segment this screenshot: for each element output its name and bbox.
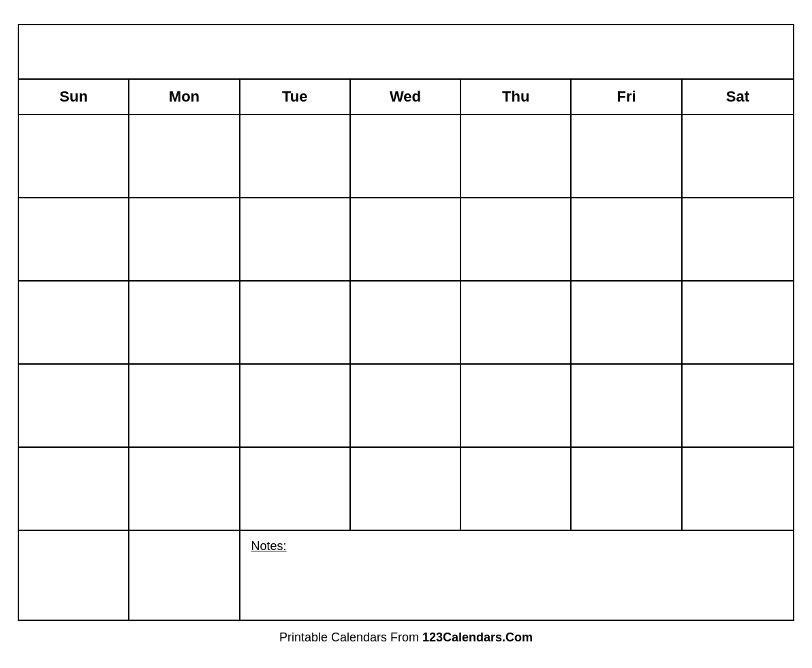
- calendar-body: Notes:: [19, 115, 793, 620]
- cell-5-4[interactable]: [351, 448, 461, 530]
- calendar-row-5: [19, 448, 793, 531]
- calendar-title-row: [19, 25, 793, 80]
- cell-1-6[interactable]: [572, 115, 682, 197]
- header-thu: Thu: [461, 80, 572, 114]
- cell-3-7[interactable]: [683, 282, 793, 363]
- cell-5-2[interactable]: [129, 448, 240, 530]
- calendar-header: Sun Mon Tue Wed Thu Fri Sat: [19, 80, 793, 115]
- calendar-row-last: Notes:: [19, 531, 793, 620]
- calendar-container: Sun Mon Tue Wed Thu Fri Sat: [18, 24, 794, 621]
- footer-text: Printable Calendars From: [279, 631, 422, 644]
- cell-4-6[interactable]: [572, 365, 682, 446]
- header-fri: Fri: [572, 80, 682, 114]
- cell-5-6[interactable]: [572, 448, 682, 530]
- cell-3-5[interactable]: [461, 282, 572, 363]
- cell-2-1[interactable]: [19, 198, 129, 280]
- cell-2-5[interactable]: [461, 198, 572, 280]
- header-tue: Tue: [240, 80, 351, 114]
- cell-1-2[interactable]: [129, 115, 240, 197]
- cell-5-3[interactable]: [240, 448, 351, 530]
- cell-last-2[interactable]: [129, 531, 240, 620]
- cell-1-4[interactable]: [351, 115, 461, 197]
- cell-4-1[interactable]: [19, 365, 129, 446]
- header-sun: Sun: [19, 80, 129, 114]
- cell-4-7[interactable]: [683, 365, 793, 446]
- calendar-row-3: [19, 282, 793, 365]
- cell-2-6[interactable]: [572, 198, 682, 280]
- cell-4-5[interactable]: [461, 365, 572, 446]
- calendar-row-4: [19, 365, 793, 448]
- cell-5-7[interactable]: [683, 448, 793, 530]
- cell-3-1[interactable]: [19, 282, 129, 363]
- cell-2-3[interactable]: [240, 198, 351, 280]
- header-wed: Wed: [351, 80, 461, 114]
- header-sat: Sat: [683, 80, 793, 114]
- calendar-row-1: [19, 115, 793, 198]
- cell-4-2[interactable]: [129, 365, 240, 446]
- cell-1-5[interactable]: [461, 115, 572, 197]
- cell-4-3[interactable]: [240, 365, 351, 446]
- cell-1-7[interactable]: [683, 115, 793, 197]
- cell-3-6[interactable]: [572, 282, 682, 363]
- footer: Printable Calendars From 123Calendars.Co…: [279, 631, 533, 645]
- cell-1-1[interactable]: [19, 115, 129, 197]
- cell-last-1[interactable]: [19, 531, 129, 620]
- cell-2-2[interactable]: [129, 198, 240, 280]
- calendar-row-2: [19, 198, 793, 282]
- cell-3-2[interactable]: [129, 282, 240, 363]
- page-wrapper: Sun Mon Tue Wed Thu Fri Sat: [18, 24, 794, 645]
- cell-2-4[interactable]: [351, 198, 461, 280]
- cell-2-7[interactable]: [683, 198, 793, 280]
- header-mon: Mon: [129, 80, 240, 114]
- notes-label: Notes:: [251, 539, 287, 553]
- cell-5-5[interactable]: [461, 448, 572, 530]
- cell-3-3[interactable]: [240, 282, 351, 363]
- notes-cell[interactable]: Notes:: [240, 531, 793, 620]
- footer-brand: 123Calendars.Com: [422, 631, 533, 644]
- cell-4-4[interactable]: [351, 365, 461, 446]
- cell-1-3[interactable]: [240, 115, 351, 197]
- cell-3-4[interactable]: [351, 282, 461, 363]
- cell-5-1[interactable]: [19, 448, 129, 530]
